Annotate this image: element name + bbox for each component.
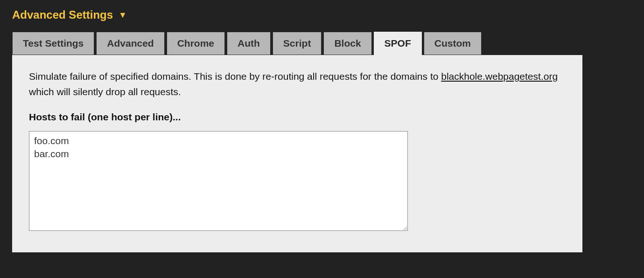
tab-spof[interactable]: SPOF [374, 32, 422, 55]
advanced-settings-title: Advanced Settings [12, 8, 113, 21]
tab-chrome[interactable]: Chrome [167, 32, 225, 55]
spof-desc-pre: Simulate failure of specified domains. T… [29, 71, 441, 82]
hosts-label: Hosts to fail (one host per line)... [29, 111, 566, 123]
tab-custom[interactable]: Custom [424, 32, 482, 55]
hosts-input[interactable] [29, 131, 408, 231]
spof-desc-post: which will silently drop all requests. [29, 86, 181, 97]
tab-auth[interactable]: Auth [227, 32, 271, 55]
tab-advanced[interactable]: Advanced [96, 32, 164, 55]
spof-description: Simulate failure of specified domains. T… [29, 69, 566, 99]
blackhole-link[interactable]: blackhole.webpagetest.org [441, 71, 558, 82]
spof-panel: Simulate failure of specified domains. T… [12, 55, 582, 252]
settings-tabs: Test Settings Advanced Chrome Auth Scrip… [12, 32, 632, 55]
tab-script[interactable]: Script [273, 32, 322, 55]
tab-test-settings[interactable]: Test Settings [12, 32, 94, 55]
tab-block[interactable]: Block [323, 32, 371, 55]
advanced-settings-toggle[interactable]: Advanced Settings ▼ [12, 8, 632, 21]
chevron-down-icon: ▼ [119, 11, 127, 19]
